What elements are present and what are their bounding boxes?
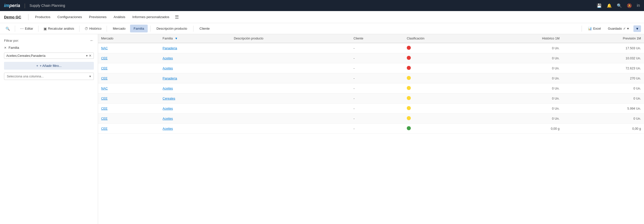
add-filter-button[interactable]: + + Añadir filtro...	[4, 62, 94, 70]
col-historico: Histórico 1M	[484, 34, 562, 43]
search-icon[interactable]: 🔍	[617, 3, 622, 8]
cell-familia: Aceites	[159, 114, 231, 124]
mercado-link[interactable]: CEE	[101, 57, 108, 60]
cell-historico: 0 Un.	[484, 53, 562, 63]
edit-label: Editar	[25, 27, 33, 30]
toolbar-right: 📊 Excel Guardado ✓ ▾ ▼	[580, 25, 641, 32]
bell-outline-icon[interactable]: 🔔	[607, 3, 612, 8]
sidebar-header: Filtrar por: ←	[4, 38, 94, 43]
filter-familia-label: Familia	[9, 46, 19, 50]
filter-input-icons: ▾ ✕	[86, 54, 92, 58]
cell-cliente: -	[350, 114, 404, 124]
nav-analisis[interactable]: Análisis	[110, 15, 129, 19]
mercado-link[interactable]: CEE	[101, 67, 108, 70]
sep7	[582, 26, 582, 32]
familia-link[interactable]: Panadería	[163, 77, 177, 80]
sidebar-close-button[interactable]: ←	[90, 38, 94, 43]
top-separator: |	[24, 3, 25, 9]
cell-familia: Aceites	[159, 53, 231, 63]
cell-cliente: -	[350, 63, 404, 73]
nav-configuraciones[interactable]: Configuraciones	[54, 15, 86, 19]
filter-remove-icon[interactable]: ✕	[4, 46, 7, 50]
table-row: CEE Aceites - 0 Un. 72.623 Un.	[98, 63, 644, 73]
tab-mercado[interactable]: Mercado	[109, 25, 129, 32]
brand-link[interactable]: Demo GC	[4, 15, 21, 19]
recalculate-button[interactable]: ▣ Recalcular análisis	[41, 25, 77, 32]
top-icons: 💾 🔔 🔍 🔕 in	[597, 3, 640, 8]
tab-familia[interactable]: Familia	[130, 25, 148, 32]
clasificacion-dot	[407, 66, 411, 70]
familia-filter-icon[interactable]: ▼	[175, 37, 178, 40]
cell-descripcion	[231, 53, 351, 63]
search-button[interactable]: 🔍	[3, 25, 12, 32]
mercado-link[interactable]: NAC	[101, 47, 108, 50]
cell-historico: 0 Un.	[484, 104, 562, 114]
cell-clasificacion	[404, 73, 484, 83]
edit-button[interactable]: ⋯ Editar	[18, 25, 36, 32]
table-row: CEE Cereales - 0 Un. 0 Un.	[98, 94, 644, 104]
filter-clear-icon[interactable]: ✕	[89, 54, 92, 58]
filter-button[interactable]: ▼	[633, 25, 641, 32]
mercado-link[interactable]: CEE	[101, 77, 108, 80]
cell-mercado: NAC	[98, 43, 159, 53]
table-row: CEE Panadería - 0 Un. 270 Un.	[98, 73, 644, 83]
cell-familia: Panadería	[159, 73, 231, 83]
mercado-link[interactable]: CEE	[101, 107, 108, 110]
tab-cliente[interactable]: Cliente	[196, 25, 213, 32]
filter-chevron-icon[interactable]: ▾	[86, 54, 88, 58]
excel-button[interactable]: 📊 Excel	[585, 25, 603, 32]
filter-funnel-icon: ▼	[635, 27, 639, 31]
cell-clasificacion	[404, 124, 484, 134]
cell-cliente: -	[350, 73, 404, 83]
saved-button[interactable]: Guardado ✓ ▾	[606, 25, 632, 32]
tab-descripcion[interactable]: Descripción producto	[153, 25, 191, 32]
table-body: NAC Panadería - 0 Un. 17.503 Un. CEE Ace…	[98, 43, 644, 134]
familia-link[interactable]: Aceites	[163, 87, 173, 90]
table-area: Mercado Familia ▼ Descripción producto C…	[98, 34, 644, 224]
mercado-link[interactable]: CEE	[101, 127, 108, 130]
clasificacion-dot	[407, 46, 411, 50]
save-icon[interactable]: 💾	[597, 3, 602, 8]
familia-link[interactable]: Cereales	[163, 97, 175, 100]
cell-descripcion	[231, 104, 351, 114]
familia-link[interactable]: Aceites	[163, 127, 173, 130]
chevron-down-icon: ▾	[627, 27, 629, 30]
cell-descripcion	[231, 43, 351, 53]
nav-informes[interactable]: Informes personalizados	[129, 15, 173, 19]
familia-link[interactable]: Panadería	[163, 47, 177, 50]
col-prevision: Previsión 1M	[562, 34, 644, 43]
cell-mercado: NAC	[98, 83, 159, 94]
logo-accent: im	[4, 3, 9, 8]
logo: imperia	[4, 3, 20, 8]
cell-historico: 0 Un.	[484, 94, 562, 104]
hamburger-icon[interactable]: ☰	[175, 14, 179, 20]
familia-link[interactable]: Aceites	[163, 67, 173, 70]
historic-button[interactable]: ⏱ Histórico	[82, 25, 104, 32]
familia-link[interactable]: Aceites	[163, 57, 173, 60]
column-select-placeholder: Selecciona una columna...	[7, 75, 44, 78]
clasificacion-dot	[407, 126, 411, 130]
table-row: CEE Aceites - 0,00 g 0,00 g	[98, 124, 644, 134]
checkmark-icon: ✓	[623, 27, 626, 30]
linkedin-icon[interactable]: in	[637, 3, 640, 8]
col-cliente: Cliente	[350, 34, 404, 43]
clasificacion-dot	[407, 116, 411, 120]
cell-historico: 0 Un.	[484, 83, 562, 94]
cell-mercado: CEE	[98, 73, 159, 83]
familia-link[interactable]: Aceites	[163, 107, 173, 110]
mercado-link[interactable]: CEE	[101, 97, 108, 100]
cell-prevision: 0,00 g	[562, 124, 644, 134]
nav-productos[interactable]: Productos	[31, 15, 54, 19]
familia-link[interactable]: Aceites	[163, 117, 173, 120]
mercado-link[interactable]: NAC	[101, 87, 108, 90]
cell-mercado: CEE	[98, 94, 159, 104]
col-descripcion: Descripción producto	[231, 34, 351, 43]
nav-previsiones[interactable]: Previsiones	[86, 15, 110, 19]
notification-icon[interactable]: 🔕	[627, 3, 632, 8]
column-select-dropdown[interactable]: Selecciona una columna... ▾	[4, 73, 94, 80]
sep4	[107, 26, 107, 32]
filter-input-container: Aceites;Cereales;Panadería ▾ ✕	[4, 53, 94, 59]
recalculate-label: Recalcular análisis	[48, 27, 74, 30]
mercado-link[interactable]: CEE	[101, 117, 108, 120]
cell-historico: 0,00 g	[484, 124, 562, 134]
